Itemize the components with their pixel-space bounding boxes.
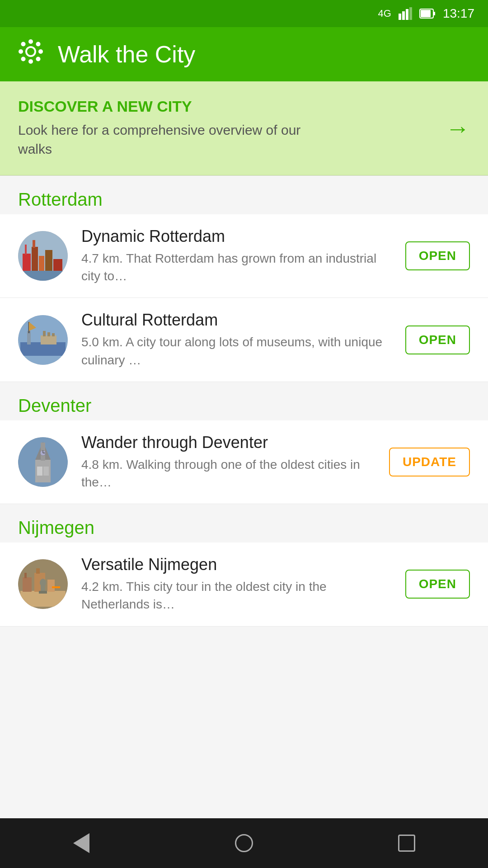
svg-point-9 [28, 59, 33, 64]
section-deventer: Deventer [0, 382, 488, 420]
svg-rect-20 [45, 250, 52, 272]
walk-item-versatile-nijmegen: Versatile Nijmegen 4.2 km. This city tou… [0, 542, 488, 626]
discover-subtitle: Look here for a comprehensive overview o… [18, 121, 325, 159]
walk-avatar-dynamic-rotterdam [18, 231, 68, 281]
discover-title: DISCOVER A NEW CITY [18, 98, 325, 115]
open-button-versatile-nijmegen[interactable]: OPEN [405, 570, 470, 599]
svg-rect-48 [36, 568, 40, 574]
discover-content: DISCOVER A NEW CITY Look here for a comp… [18, 98, 325, 159]
svg-rect-31 [43, 331, 46, 336]
walk-name-dynamic-rotterdam: Dynamic Rotterdam [81, 227, 392, 246]
discover-banner[interactable]: DISCOVER A NEW CITY Look here for a comp… [0, 81, 488, 175]
svg-point-12 [21, 42, 26, 46]
svg-rect-21 [53, 259, 62, 272]
svg-point-10 [19, 49, 23, 54]
svg-point-51 [40, 579, 46, 587]
svg-rect-18 [32, 247, 38, 272]
walk-avatar-versatile-nijmegen [18, 559, 68, 609]
signal-icon: 4G [378, 8, 391, 19]
app-title: Walk the City [58, 41, 195, 68]
svg-rect-2 [406, 9, 408, 20]
walk-avatar-cultural-rotterdam [18, 315, 68, 365]
walk-item-dynamic-rotterdam: Dynamic Rotterdam 4.7 km. That Rotterdam… [0, 214, 488, 298]
svg-rect-30 [41, 335, 56, 344]
svg-point-15 [21, 57, 26, 61]
walk-name-cultural-rotterdam: Cultural Rotterdam [81, 311, 392, 330]
svg-point-11 [38, 49, 43, 54]
svg-rect-19 [39, 256, 44, 272]
section-nijmegen: Nijmegen [0, 504, 488, 542]
section-rotterdam: Rotterdam [0, 176, 488, 214]
svg-rect-17 [23, 254, 31, 272]
svg-rect-49 [47, 580, 55, 592]
walk-desc-dynamic-rotterdam: 4.7 km. That Rotterdam has grown from an… [81, 250, 392, 285]
svg-rect-45 [23, 577, 32, 592]
discover-arrow-icon[interactable]: → [446, 114, 470, 142]
svg-point-13 [36, 57, 41, 61]
back-icon [73, 833, 89, 853]
walk-info-dynamic-rotterdam: Dynamic Rotterdam 4.7 km. That Rotterdam… [81, 227, 392, 285]
svg-rect-6 [434, 12, 435, 15]
walk-name-versatile-nijmegen: Versatile Nijmegen [81, 555, 392, 574]
svg-rect-32 [47, 332, 50, 336]
svg-point-14 [36, 42, 41, 46]
open-button-dynamic-rotterdam[interactable]: OPEN [405, 241, 470, 270]
svg-rect-23 [25, 245, 27, 255]
svg-rect-53 [52, 586, 60, 588]
svg-rect-1 [402, 11, 405, 20]
svg-rect-39 [43, 467, 49, 476]
battery-icon [419, 9, 436, 19]
settings-icon[interactable] [18, 39, 43, 70]
svg-rect-0 [399, 14, 401, 20]
walk-item-wander-deventer: Wander through Deventer 4.8 km. Walking … [0, 420, 488, 504]
time-display: 13:17 [443, 6, 474, 21]
walk-info-cultural-rotterdam: Cultural Rotterdam 5.0 km. A city tour a… [81, 311, 392, 368]
svg-rect-52 [39, 591, 47, 594]
svg-point-8 [28, 39, 33, 44]
bottom-navigation [0, 818, 488, 868]
walk-desc-cultural-rotterdam: 5.0 km. A city tour along lots of museum… [81, 333, 392, 368]
walk-info-wander-deventer: Wander through Deventer 4.8 km. Walking … [81, 433, 375, 491]
walk-avatar-wander-deventer [18, 437, 68, 487]
back-button[interactable] [63, 830, 99, 857]
svg-rect-3 [409, 7, 412, 20]
svg-rect-46 [24, 573, 27, 578]
walk-item-cultural-rotterdam: Cultural Rotterdam 5.0 km. A city tour a… [0, 298, 488, 382]
svg-rect-24 [33, 240, 35, 248]
walk-desc-versatile-nijmegen: 4.2 km. This city tour in the oldest cit… [81, 578, 392, 613]
svg-rect-33 [52, 333, 55, 336]
svg-rect-5 [421, 10, 431, 17]
walk-name-wander-deventer: Wander through Deventer [81, 433, 375, 452]
svg-point-7 [26, 47, 35, 56]
open-button-cultural-rotterdam[interactable]: OPEN [405, 326, 470, 354]
section-title-deventer: Deventer [18, 396, 91, 415]
walk-desc-wander-deventer: 4.8 km. Walking through one of the oldes… [81, 456, 375, 491]
walk-info-versatile-nijmegen: Versatile Nijmegen 4.2 km. This city tou… [81, 555, 392, 613]
signal-bars-icon [399, 7, 412, 20]
home-button[interactable] [226, 830, 262, 857]
recent-button[interactable] [389, 830, 425, 857]
status-bar: 4G 13:17 [0, 0, 488, 27]
content-area: DISCOVER A NEW CITY Look here for a comp… [0, 81, 488, 681]
section-title-nijmegen: Nijmegen [18, 518, 94, 538]
home-icon [235, 834, 253, 852]
section-title-rotterdam: Rotterdam [18, 189, 103, 209]
update-button-wander-deventer[interactable]: UPDATE [389, 448, 470, 476]
svg-rect-38 [37, 467, 42, 476]
app-bar: Walk the City [0, 27, 488, 81]
svg-rect-22 [18, 271, 68, 281]
recent-icon [398, 835, 415, 852]
